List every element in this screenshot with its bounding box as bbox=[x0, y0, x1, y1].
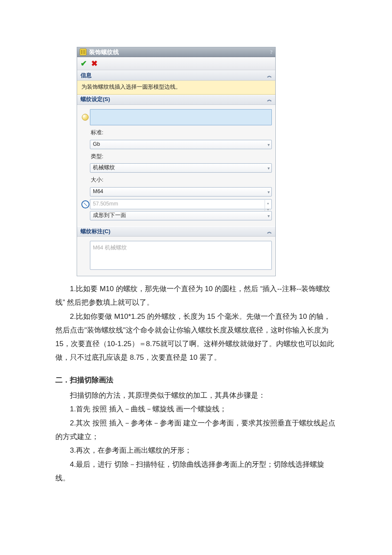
edge-selection-box[interactable] bbox=[90, 109, 272, 125]
section-header-label: 螺纹标注(C) bbox=[81, 226, 110, 237]
help-icon[interactable]: ? bbox=[270, 47, 273, 58]
section-header-settings[interactable]: 螺纹设定(S) ︽ bbox=[77, 95, 275, 105]
type-value: 机械螺纹 bbox=[93, 163, 115, 173]
diameter-value: 57.505mm bbox=[93, 199, 118, 209]
info-note: 为装饰螺纹线插入选择一圆形模型边线。 bbox=[77, 81, 275, 95]
type-label: 类型: bbox=[91, 152, 272, 162]
size-value: M64 bbox=[93, 187, 103, 197]
section-header-label: 信息 bbox=[81, 70, 92, 81]
standard-label: 标准: bbox=[91, 128, 272, 138]
page: 装饰螺纹线 ? ✔ ✖ 信息 ︽ 为装饰螺纹线插入选择一圆形模型边线。 螺纹设定… bbox=[0, 0, 392, 511]
spin-buttons[interactable]: ▴▾ bbox=[265, 200, 271, 208]
size-label: 大小: bbox=[91, 175, 272, 185]
end-condition-value: 成形到下一面 bbox=[93, 211, 126, 221]
chevron-down-icon: ▾ bbox=[268, 140, 270, 148]
chevron-down-icon: ▾ bbox=[268, 188, 270, 196]
size-dropdown[interactable]: M64 ▾ bbox=[90, 187, 272, 197]
chevron-down-icon: ▾ bbox=[268, 212, 270, 220]
cancel-button[interactable]: ✖ bbox=[91, 56, 98, 71]
paragraph-4: 1.首先 按照 插入－曲线－螺旋线 画一个螺旋线； bbox=[55, 402, 337, 416]
paragraph-2: 2.比如你要做 M10*1.25 的外螺纹，长度为 15 个毫米。先做一个直径为… bbox=[55, 310, 337, 365]
chevron-down-icon: ▾ bbox=[268, 164, 270, 172]
titlebar: 装饰螺纹线 ? bbox=[77, 47, 275, 57]
edge-icon bbox=[81, 114, 90, 121]
section-header-info[interactable]: 信息 ︽ bbox=[77, 70, 275, 81]
paragraph-6: 3.再次，在参考面上画出螺纹的牙形； bbox=[55, 444, 337, 457]
paragraph-5: 2.其次 按照 插入－参考体－参考面 建立一个参考面，要求其按照垂直于螺纹线起点… bbox=[55, 416, 337, 444]
heading-2: 二．扫描切除画法 bbox=[55, 373, 337, 387]
edge-selection-row bbox=[81, 109, 272, 125]
section-header-label: 螺纹设定(S) bbox=[81, 94, 110, 105]
section-header-note[interactable]: 螺纹标注(C) ︽ bbox=[77, 226, 275, 237]
settings-body: 标准: Gb ▾ 类型: 机械螺纹 ▾ 大小: M64 bbox=[77, 105, 275, 226]
action-bar: ✔ ✖ bbox=[77, 57, 275, 70]
chevron-up-icon: ︽ bbox=[267, 227, 272, 236]
diameter-icon bbox=[81, 200, 90, 208]
end-condition-dropdown[interactable]: 成形到下一面 ▾ bbox=[90, 211, 272, 220]
diameter-row: 57.505mm ▴▾ bbox=[81, 199, 272, 209]
standard-dropdown[interactable]: Gb ▾ bbox=[90, 140, 272, 149]
titlebar-icon bbox=[80, 49, 86, 55]
chevron-up-icon: ︽ bbox=[267, 71, 272, 80]
thread-note-value: M64 机械螺纹 bbox=[93, 245, 127, 251]
cosmetic-thread-panel: 装饰螺纹线 ? ✔ ✖ 信息 ︽ 为装饰螺纹线插入选择一圆形模型边线。 螺纹设定… bbox=[77, 47, 276, 276]
paragraph-7: 4.最后，进行 切除－扫描特征，切除曲线选择参考面上的牙型；切除线选择螺旋线。 bbox=[55, 458, 337, 486]
standard-value: Gb bbox=[93, 139, 100, 150]
thread-note-field[interactable]: M64 机械螺纹 bbox=[90, 241, 272, 270]
diameter-field[interactable]: 57.505mm ▴▾ bbox=[90, 199, 272, 209]
ok-button[interactable]: ✔ bbox=[81, 56, 87, 71]
note-body: M64 机械螺纹 bbox=[77, 237, 275, 276]
paragraph-1: 1.比如要 M10 的螺纹，那先做一个直径为 10 的圆柱，然后 “插入--注释… bbox=[55, 282, 337, 310]
paragraph-3: 扫描切除的方法，其原理类似于螺纹的加工，其具体步骤是： bbox=[55, 389, 337, 402]
chevron-up-icon: ︽ bbox=[267, 95, 272, 104]
type-dropdown[interactable]: 机械螺纹 ▾ bbox=[90, 163, 272, 173]
